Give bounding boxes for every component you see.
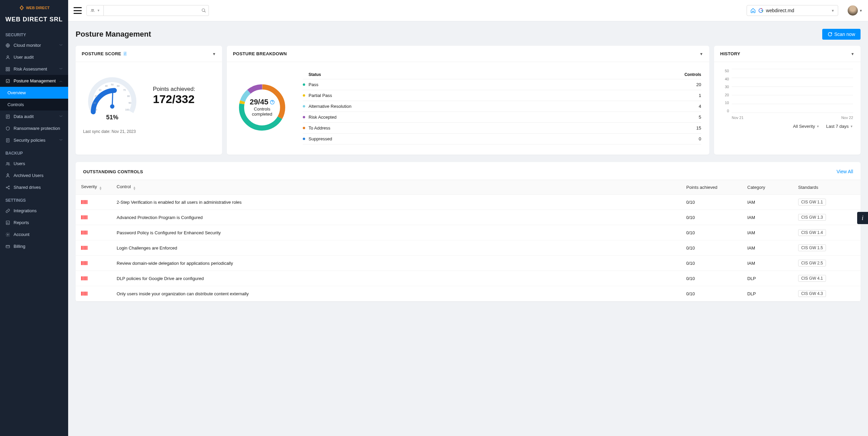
sidebar-item-user-audit[interactable]: User audit <box>0 51 68 63</box>
status-row: To Address15 <box>303 122 701 133</box>
column-header[interactable]: Control▲▼ <box>111 180 681 195</box>
donut-center-value: 29/45 <box>250 98 268 106</box>
sidebar-item-label: User audit <box>14 55 34 60</box>
svg-text:50: 50 <box>111 83 114 86</box>
sidebar-subitem-controls[interactable]: Controls <box>0 99 68 111</box>
posture-breakdown-card: POSTURE BREAKDOWN ▼ <box>227 46 709 155</box>
ytick: 40 <box>722 77 729 81</box>
sidebar-item-label: Account <box>14 232 29 237</box>
svg-text:0: 0 <box>96 108 97 111</box>
sidebar-item-integrations[interactable]: Integrations <box>0 205 68 217</box>
sidebar-item-label: Overview <box>7 90 26 95</box>
logo-text: WEB DIRECT <box>26 6 50 10</box>
chevron-down-icon[interactable]: ▼ <box>859 9 863 13</box>
sidebar-item-cloud-monitor[interactable]: Cloud monitor﹀ <box>0 39 68 51</box>
column-header[interactable]: Points achieved <box>681 180 742 195</box>
card-menu-button[interactable]: ▼ <box>212 52 216 56</box>
column-header[interactable]: Severity▲▼ <box>76 180 111 195</box>
table-row[interactable]: Advanced Protection Program is Configure… <box>76 210 861 225</box>
status-dot-icon <box>303 94 305 97</box>
scan-now-button[interactable]: Scan now <box>822 29 861 40</box>
sidebar-item-label: Billing <box>14 244 25 249</box>
chevron-down-icon: ﹀ <box>59 67 63 72</box>
status-count: 1 <box>699 93 701 98</box>
menu-toggle-button[interactable] <box>74 7 82 14</box>
sidebar-item-account[interactable]: Account <box>0 229 68 240</box>
control-name: Only users inside your organization can … <box>111 286 681 301</box>
severity-indicator <box>81 261 106 265</box>
standard-chip: CIS GW 4.3 <box>798 290 826 297</box>
sidebar-item-label: Posture Management <box>14 78 56 83</box>
status-row: Suppressed0 <box>303 133 701 144</box>
svg-point-20 <box>202 9 205 12</box>
google-icon <box>758 8 763 13</box>
svg-text:60: 60 <box>117 84 120 87</box>
share-icon <box>5 185 10 190</box>
sidebar-item-label: Ransomware protection <box>14 126 60 131</box>
sidebar-item-archived-users[interactable]: Archived Users <box>0 170 68 181</box>
search-input[interactable] <box>104 5 209 16</box>
status-name: Alternative Resolution <box>309 104 699 109</box>
status-name: Pass <box>309 82 696 87</box>
sidebar-item-posture-management[interactable]: Posture Management︿ <box>0 75 68 87</box>
severity-indicator <box>81 200 106 204</box>
table-row[interactable]: 2-Step Verification is enabled for all u… <box>76 195 861 210</box>
severity-indicator <box>81 292 106 296</box>
view-all-link[interactable]: View All <box>836 169 853 174</box>
search-scope-select[interactable]: ▼ <box>86 5 104 16</box>
range-filter[interactable]: Last 7 days ▼ <box>826 124 853 129</box>
info-tab-button[interactable]: i <box>857 212 868 224</box>
domain-value: webdirect.md <box>766 8 794 13</box>
avatar[interactable] <box>848 5 858 16</box>
control-name: 2-Step Verification is enabled for all u… <box>111 195 681 210</box>
shield-icon <box>5 126 10 131</box>
card-menu-button[interactable]: ▼ <box>699 52 703 56</box>
sidebar-item-shared-drives[interactable]: Shared drives <box>0 181 68 193</box>
table-row[interactable]: Only users inside your organization can … <box>76 286 861 301</box>
svg-text:40: 40 <box>105 84 107 87</box>
table-row[interactable]: Login Challenges are Enforced 0/10 IAM C… <box>76 240 861 256</box>
domain-select[interactable]: webdirect.md ▼ <box>747 5 838 16</box>
topbar: ▼ webdirect.md ▼ ▼ <box>68 0 868 21</box>
points-label: Points achieved: <box>153 86 195 93</box>
sidebar-subitem-overview[interactable]: Overview <box>0 87 68 99</box>
sidebar-item-reports[interactable]: Reports <box>0 217 68 229</box>
category: IAM <box>742 256 793 271</box>
logo: WEB DIRECT <box>0 0 68 14</box>
standard-chip: CIS GW 1.3 <box>798 214 826 221</box>
page-title: Posture Management <box>76 30 151 39</box>
control-name: Advanced Protection Program is Configure… <box>111 210 681 225</box>
standard-chip: CIS GW 2.5 <box>798 260 826 266</box>
svg-rect-2 <box>6 67 7 68</box>
sidebar-item-risk-assessment[interactable]: Risk Assessment﹀ <box>0 63 68 75</box>
card-title: HISTORY <box>720 51 740 56</box>
data-icon <box>5 114 10 119</box>
svg-text:20: 20 <box>95 95 97 98</box>
search-icon[interactable] <box>201 8 206 13</box>
ytick: 30 <box>722 85 729 89</box>
card-menu-button[interactable]: ▼ <box>851 52 854 56</box>
sidebar-item-data-audit[interactable]: Data audit﹀ <box>0 111 68 122</box>
column-header[interactable]: Category <box>742 180 793 195</box>
table-row[interactable]: DLP policies for Google Drive are config… <box>76 271 861 286</box>
info-icon[interactable]: i <box>123 52 127 56</box>
svg-rect-3 <box>8 67 9 68</box>
table-row[interactable]: Password Policy is Configured for Enhanc… <box>76 225 861 240</box>
user-icon <box>5 55 10 60</box>
sidebar-item-ransomware-protection[interactable]: Ransomware protection <box>0 122 68 134</box>
severity-filter[interactable]: All Severity ▼ <box>793 124 820 129</box>
sidebar-item-label: Archived Users <box>14 173 43 178</box>
chevron-down-icon: ▼ <box>850 125 853 128</box>
help-icon[interactable] <box>270 100 275 104</box>
sidebar-item-label: Cloud monitor <box>14 43 41 48</box>
sidebar-item-users[interactable]: Users <box>0 158 68 170</box>
control-name: Login Challenges are Enforced <box>111 240 681 256</box>
sidebar-item-security-policies[interactable]: Security policies﹀ <box>0 134 68 146</box>
table-row[interactable]: Review domain-wide delegation for applic… <box>76 256 861 271</box>
points-achieved: 0/10 <box>681 256 742 271</box>
scan-label: Scan now <box>834 32 855 37</box>
column-header[interactable]: Standards <box>793 180 861 195</box>
xtick: Nov 21 <box>732 116 744 120</box>
report-icon <box>5 220 10 225</box>
sidebar-item-billing[interactable]: Billing <box>0 240 68 252</box>
